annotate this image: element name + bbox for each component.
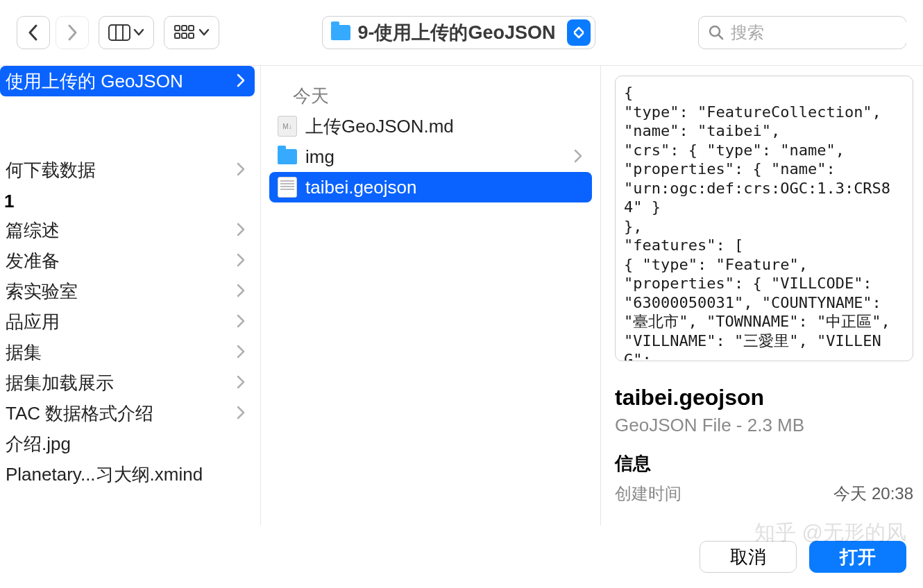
created-row: 创建时间 今天 20:38 <box>615 483 913 505</box>
column-1: 使用上传的 GeoJSON何下载数据1篇综述发准备索实验室品应用据集据集加载展示… <box>0 66 261 526</box>
item-label: 索实验室 <box>0 279 237 304</box>
view-mode-button[interactable] <box>99 16 154 49</box>
chevron-right-icon <box>237 311 245 333</box>
item-label: img <box>305 146 566 168</box>
list-item[interactable]: 发准备 <box>0 245 255 276</box>
list-item[interactable]: 使用上传的 GeoJSON <box>0 66 255 96</box>
chevron-right-icon <box>237 220 245 241</box>
item-label: 发准备 <box>0 249 237 273</box>
cancel-button[interactable]: 取消 <box>700 541 797 573</box>
preview-pane: { "type": "FeatureCollection", "name": "… <box>601 66 923 526</box>
list-item[interactable]: 据集加载展示 <box>0 368 255 398</box>
item-label: 上传GeoJSON.md <box>305 114 582 139</box>
chevron-right-icon <box>237 403 245 424</box>
group-by-button[interactable] <box>164 16 219 49</box>
list-item[interactable] <box>0 124 255 155</box>
chevron-down-icon <box>199 29 209 36</box>
chevron-up-icon <box>574 27 584 33</box>
list-item[interactable]: 据集 <box>0 337 255 368</box>
list-item[interactable]: img <box>269 141 592 172</box>
file-kind: GeoJSON File - 2.3 MB <box>615 415 913 436</box>
item-label: 篇综述 <box>0 218 237 243</box>
info-header: 信息 <box>615 451 913 476</box>
svg-rect-7 <box>182 33 187 38</box>
list-item[interactable]: M↓上传GeoJSON.md <box>269 111 592 141</box>
toolbar: 9-使用上传的GeoJSON <box>0 0 923 65</box>
section-header: 1 <box>0 185 260 215</box>
svg-rect-3 <box>175 26 180 31</box>
svg-rect-6 <box>175 33 180 38</box>
list-item[interactable]: 何下载数据 <box>0 155 255 185</box>
chevron-right-icon <box>237 372 245 394</box>
item-label: Planetary...习大纲.xmind <box>0 462 245 487</box>
open-button[interactable]: 打开 <box>809 541 906 573</box>
list-item[interactable]: 索实验室 <box>0 276 255 306</box>
file-name: taibei.geojson <box>615 385 913 410</box>
document-file-icon <box>278 177 297 198</box>
markdown-file-icon: M↓ <box>278 116 297 137</box>
chevron-right-icon <box>237 71 245 92</box>
list-item[interactable]: taibei.geojson <box>269 172 592 202</box>
file-preview: { "type": "FeatureCollection", "name": "… <box>615 76 913 361</box>
path-selector[interactable]: 9-使用上传的GeoJSON <box>322 16 595 49</box>
item-label: 据集加载展示 <box>0 371 237 395</box>
item-label: taibei.geojson <box>305 177 582 198</box>
svg-rect-4 <box>182 26 187 31</box>
search-box[interactable] <box>698 16 906 49</box>
search-icon <box>709 25 724 40</box>
list-item[interactable]: 品应用 <box>0 306 255 337</box>
item-label: TAC 数据格式介绍 <box>0 401 237 426</box>
svg-rect-8 <box>189 33 194 38</box>
list-item[interactable]: TAC 数据格式介绍 <box>0 398 255 429</box>
chevron-right-icon <box>574 146 582 168</box>
chevron-down-icon <box>134 29 144 36</box>
list-item[interactable]: Planetary...习大纲.xmind <box>0 459 255 490</box>
grid-icon <box>174 25 195 40</box>
updown-button[interactable] <box>567 19 591 46</box>
folder-icon <box>331 25 350 40</box>
chevron-down-icon <box>574 33 584 38</box>
list-item[interactable]: 介绍.jpg <box>0 429 255 459</box>
chevron-right-icon <box>237 250 245 272</box>
chevron-right-icon <box>237 159 245 181</box>
chevron-right-icon <box>237 342 245 363</box>
item-label: 品应用 <box>0 310 237 334</box>
created-label: 创建时间 <box>615 483 681 505</box>
list-item[interactable]: 篇综述 <box>0 215 255 245</box>
path-label: 9-使用上传的GeoJSON <box>357 20 555 45</box>
column-2: 今天 M↓上传GeoJSON.mdimgtaibei.geojson <box>261 66 601 526</box>
svg-rect-0 <box>109 25 130 40</box>
item-label: 何下载数据 <box>0 158 237 182</box>
chevron-left-icon <box>28 25 38 40</box>
section-header: 今天 <box>261 66 600 108</box>
created-value: 今天 20:38 <box>833 483 913 505</box>
forward-button[interactable] <box>56 16 89 49</box>
svg-rect-5 <box>189 26 194 31</box>
folder-icon <box>278 149 297 164</box>
search-input[interactable] <box>729 22 923 43</box>
chevron-right-icon <box>237 281 245 302</box>
item-label: 据集 <box>0 340 237 365</box>
item-label: 介绍.jpg <box>0 432 245 456</box>
footer: 知乎 @无形的风 取消 打开 <box>0 526 923 588</box>
item-label: 使用上传的 GeoJSON <box>0 69 237 94</box>
columns-icon <box>109 25 130 40</box>
back-button[interactable] <box>17 16 50 49</box>
chevron-right-icon <box>67 25 77 40</box>
svg-line-10 <box>718 35 722 40</box>
column-view: 使用上传的 GeoJSON何下载数据1篇综述发准备索实验室品应用据集据集加载展示… <box>0 65 923 526</box>
